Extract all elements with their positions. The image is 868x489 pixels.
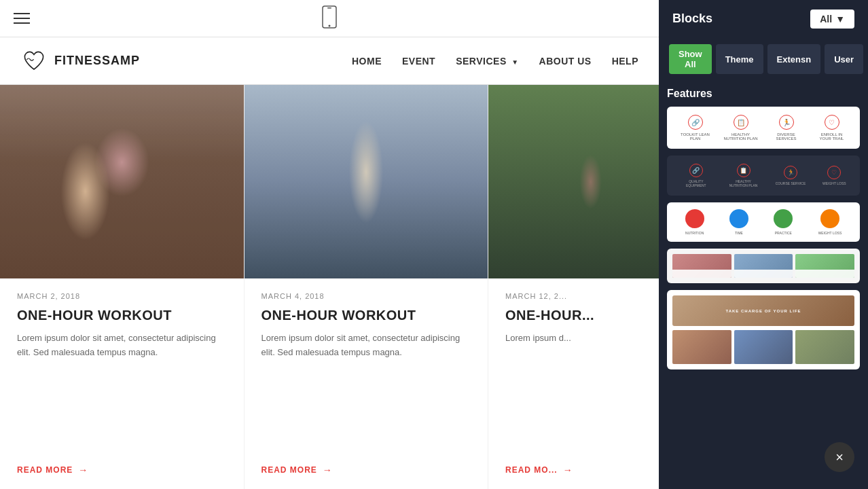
blog-card-2-title: ONE-HOUR WORKOUT (261, 307, 471, 323)
tab-extension[interactable]: Extensn (767, 44, 821, 74)
feat-icon-link: 🔗 (688, 115, 703, 130)
svg-rect-1 (327, 7, 331, 9)
tab-show-all[interactable]: Show All (669, 44, 712, 74)
nav-item-home[interactable]: HOME (352, 55, 382, 67)
blog-grid-preview (667, 249, 860, 283)
feat-dark-item-2: 📋 HEALTHY NUTRITION PLAN (728, 164, 759, 187)
logo-text: FITNESSAMP (54, 54, 140, 68)
close-icon: × (835, 450, 844, 465)
read-more-link-1[interactable]: READ MORE → (17, 465, 227, 475)
feat-dark-item-4: ♡ WEIGHT LOSS (822, 166, 846, 185)
feature-preview-dark[interactable]: 🔗 QUALITY EQUIPMENT 📋 HEALTHY NUTRITION … (667, 156, 860, 196)
blog-card-1-excerpt: Lorem ipsum dolor sit amet, consectetur … (17, 331, 227, 441)
feat-dark-item-1: 🔗 QUALITY EQUIPMENT (681, 164, 711, 187)
circle-item-4: WEIGHT LOSS (818, 209, 842, 235)
read-more-link-3[interactable]: READ MO... → (505, 465, 642, 475)
svg-point-2 (329, 24, 331, 26)
nav-link-home[interactable]: HOME (352, 56, 382, 67)
blog-card-3-excerpt: Lorem ipsum d... (505, 331, 642, 441)
blog-preview-item-2 (734, 254, 793, 278)
blog-card-1-footer: READ MORE → (0, 454, 244, 489)
blog-card-3: MARCH 12, 2... ONE-HOUR... Lorem ipsum d… (488, 85, 659, 489)
feat-dark-item-3: 🏃 COURSE SERVICE (776, 166, 806, 185)
panel-scroll-area[interactable]: Features 🔗 TOOLKIT LEAN PLAN 📋 HEALTHY N… (659, 81, 868, 489)
circle-icons-row: NUTRITION TIME PRACTICE WEIGHT LOSS (667, 202, 860, 242)
feat-item-1: 🔗 TOOLKIT LEAN PLAN (679, 115, 712, 141)
svg-rect-0 (323, 6, 336, 28)
blog-section: MARCH 2, 2018 ONE-HOUR WORKOUT Lorem ips… (0, 85, 659, 489)
read-more-link-2[interactable]: READ MORE → (261, 465, 471, 475)
blog-card-1-date: MARCH 2, 2018 (17, 292, 227, 300)
tab-theme[interactable]: Theme (716, 44, 763, 74)
feat-item-4: ♡ ENROLL IN YOUR TRAIL (815, 115, 849, 141)
blog-card-3-footer: READ MO... → (488, 454, 659, 489)
logo-area: FITNESSAMP (20, 48, 140, 75)
feat-dark-label-1: QUALITY EQUIPMENT (681, 179, 711, 187)
feat-label-3: DIVERSE SERVICES (770, 132, 803, 141)
nav-item-services[interactable]: SERVICES ▼ (456, 55, 518, 67)
circle-name-1: NUTRITION (685, 231, 704, 235)
feature-preview-large-blog[interactable]: TAKE CHARGE OF YOUR LIFE (667, 290, 860, 369)
feature-preview-blog-grid[interactable] (667, 249, 860, 283)
large-preview-item-2 (734, 330, 793, 364)
blog-card-2-footer: READ MORE → (245, 454, 488, 489)
feat-dark-icon-3: 🏃 (784, 166, 797, 179)
circle-avatar-practice (774, 209, 793, 228)
nav-link-about[interactable]: ABOUT US (539, 56, 592, 67)
all-dropdown-button[interactable]: All ▼ (810, 10, 854, 29)
nav-links: HOME EVENT SERVICES ▼ ABOUT US HELP (352, 55, 638, 67)
feat-icon-run: 🏃 (779, 115, 794, 130)
blog-card-2-date: MARCH 4, 2018 (261, 292, 471, 300)
large-preview-header-text: TAKE CHARGE OF YOUR LIFE (725, 309, 801, 313)
blog-preview-item-1 (672, 254, 731, 278)
read-more-arrow-3: → (563, 465, 573, 475)
nav-link-services[interactable]: SERVICES ▼ (456, 56, 518, 67)
feat-item-3: 🏃 DIVERSE SERVICES (770, 115, 803, 141)
circle-avatar-time (729, 209, 748, 228)
features-label: Features (667, 81, 860, 107)
panel-tabs: Show All Theme Extensn User (659, 37, 868, 81)
hamburger-menu[interactable] (14, 13, 30, 24)
feat-dark-icon-2: 📋 (737, 164, 751, 177)
mobile-preview-icon[interactable] (322, 5, 337, 32)
nav-bar: FITNESSAMP HOME EVENT SERVICES ▼ ABOUT U… (0, 37, 659, 85)
dropdown-arrow-icon: ▼ (835, 14, 845, 24)
main-content: FITNESSAMP HOME EVENT SERVICES ▼ ABOUT U… (0, 0, 659, 489)
blog-card-1: MARCH 2, 2018 ONE-HOUR WORKOUT Lorem ips… (0, 85, 245, 489)
nav-link-help[interactable]: HELP (612, 56, 638, 67)
close-button[interactable]: × (825, 442, 854, 472)
feature-icons-row-dark: 🔗 QUALITY EQUIPMENT 📋 HEALTHY NUTRITION … (667, 156, 860, 196)
blog-preview-item-3 (795, 254, 854, 278)
blog-grid-items (672, 254, 854, 278)
panel-header: Blocks All ▼ (659, 0, 868, 37)
blog-card-1-body: MARCH 2, 2018 ONE-HOUR WORKOUT Lorem ips… (0, 278, 244, 454)
circle-name-2: TIME (735, 231, 743, 235)
feature-preview-circles[interactable]: NUTRITION TIME PRACTICE WEIGHT LOSS (667, 202, 860, 242)
feat-dark-icon-1: 🔗 (689, 164, 703, 177)
blog-card-2-excerpt: Lorem ipsum dolor sit amet, consectetur … (261, 331, 471, 441)
feat-icon-heart: ♡ (825, 115, 839, 130)
feature-preview-light[interactable]: 🔗 TOOLKIT LEAN PLAN 📋 HEALTHY NUTRITION … (667, 107, 860, 149)
feat-item-2: 📋 HEALTHY NUTRITION PLAN (724, 115, 758, 141)
feat-dark-icon-4: ♡ (827, 166, 841, 179)
large-preview-item-1 (672, 330, 731, 364)
nav-item-event[interactable]: EVENT (402, 55, 435, 67)
blog-card-2-image (245, 85, 488, 278)
feat-dark-label-3: COURSE SERVICE (776, 181, 806, 185)
feat-label-2: HEALTHY NUTRITION PLAN (724, 132, 758, 141)
blog-card-1-image (0, 85, 244, 278)
tab-user[interactable]: User (825, 44, 863, 74)
nav-item-help[interactable]: HELP (612, 55, 638, 67)
circle-avatar-nutrition (685, 209, 704, 228)
circle-item-1: NUTRITION (685, 209, 704, 235)
blog-card-2-body: MARCH 4, 2018 ONE-HOUR WORKOUT Lorem ips… (245, 278, 488, 454)
blog-card-3-body: MARCH 12, 2... ONE-HOUR... Lorem ipsum d… (488, 278, 659, 454)
blog-card-1-title: ONE-HOUR WORKOUT (17, 307, 227, 323)
nav-link-event[interactable]: EVENT (402, 56, 435, 67)
panel-title: Blocks (672, 12, 712, 26)
circle-name-3: PRACTICE (775, 231, 792, 235)
blog-card-3-image (488, 85, 659, 278)
nav-item-about[interactable]: ABOUT US (539, 55, 592, 67)
read-more-arrow-2: → (323, 465, 333, 475)
logo-icon (20, 48, 48, 75)
